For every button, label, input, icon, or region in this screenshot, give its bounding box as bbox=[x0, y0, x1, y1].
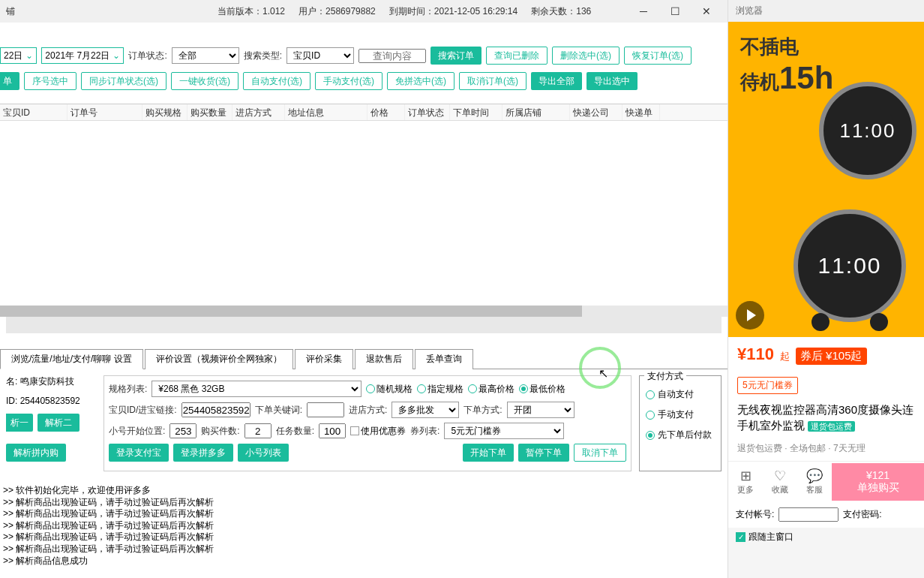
startpos-input[interactable] bbox=[170, 423, 196, 438]
tab-lost-order[interactable]: 丢单查询 bbox=[415, 349, 473, 369]
radio-auto-pay[interactable]: 自动支付 bbox=[646, 388, 715, 401]
coupon-badge[interactable]: 5元无门槛券 bbox=[737, 377, 798, 394]
tab-review-settings[interactable]: 评价设置（视频评价全网独家） bbox=[145, 349, 293, 369]
order-method-select[interactable]: 开团 bbox=[507, 402, 574, 418]
orders-grid: 宝贝ID 订单号 购买规格 购买数量 进店方式 地址信息 价格 订单状态 下单时… bbox=[0, 104, 728, 306]
shop-suffix: 铺 bbox=[6, 5, 15, 18]
cancel-order-button[interactable]: 取消下单 bbox=[574, 444, 626, 462]
buycount-input[interactable] bbox=[244, 423, 272, 438]
date-from[interactable]: 22日⌄ bbox=[0, 47, 37, 64]
service-button[interactable]: 💬客服 bbox=[797, 462, 832, 501]
radio-fixed-spec[interactable]: 指定规格 bbox=[417, 383, 464, 396]
product-link-input[interactable] bbox=[182, 402, 250, 417]
seq-select-button[interactable]: 序号选中 bbox=[24, 72, 76, 90]
query-deleted-button[interactable]: 查询已删除 bbox=[486, 47, 548, 65]
titlebar: 铺 当前版本：1.012 用户：2586979882 到期时间：2021-12-… bbox=[0, 0, 728, 23]
order-button[interactable]: 单 bbox=[0, 72, 20, 90]
radio-min-price[interactable]: 最低价格 bbox=[519, 383, 566, 396]
taskcount-input[interactable] bbox=[319, 423, 346, 438]
status-select[interactable]: 全部 bbox=[172, 47, 239, 64]
parse-inner-button[interactable]: 解析拼内购 bbox=[6, 444, 66, 462]
delete-selected-button[interactable]: 删除选中(选) bbox=[552, 47, 620, 65]
grid-header: 宝贝ID 订单号 购买规格 购买数量 进店方式 地址信息 价格 订单状态 下单时… bbox=[0, 104, 728, 121]
date-to[interactable]: 2021年 7月22日⌄ bbox=[41, 47, 124, 64]
cancel-order-button[interactable]: 取消订单(选) bbox=[459, 72, 526, 90]
log-output: 软件初始化完毕，欢迎使用评多多 解析商品出现验证码，请手动过验证码后再次解析 解… bbox=[0, 482, 728, 570]
shipping-info: 退货包运费 · 全场包邮 · 7天无理 bbox=[728, 436, 924, 461]
type-select[interactable]: 宝贝ID bbox=[286, 47, 354, 64]
pay-account-input[interactable] bbox=[778, 507, 838, 522]
more-button[interactable]: ⊞更多 bbox=[728, 462, 763, 501]
export-all-button[interactable]: 导出全部 bbox=[531, 72, 582, 90]
sync-status-button[interactable]: 同步订单状态(选) bbox=[81, 72, 166, 90]
tab-browse-settings[interactable]: 浏览/流量/地址/支付/聊聊 设置 bbox=[0, 349, 143, 369]
spec-select[interactable]: ¥268 黑色 32GB bbox=[152, 381, 362, 397]
use-coupon-checkbox[interactable]: 使用优惠券 bbox=[350, 425, 406, 438]
search-orders-button[interactable]: 搜索订单 bbox=[430, 47, 482, 65]
coupon-select[interactable]: 5元无门槛券 bbox=[444, 423, 564, 439]
favorite-button[interactable]: ♡收藏 bbox=[763, 462, 797, 501]
account-list-button[interactable]: 小号列表 bbox=[238, 444, 289, 462]
tab-review-collect[interactable]: 评价采集 bbox=[295, 349, 353, 369]
restore-orders-button[interactable]: 恢复订单(选) bbox=[624, 47, 692, 65]
login-alipay-button[interactable]: 登录支付宝 bbox=[109, 444, 169, 462]
grid-hscroll[interactable] bbox=[0, 306, 728, 317]
receive-button[interactable]: 一键收货(选) bbox=[171, 72, 238, 90]
autopay-button[interactable]: 自动支付(选) bbox=[243, 72, 310, 90]
browser-title: 浏览器 bbox=[728, 0, 924, 22]
parse1-button[interactable]: 析一 bbox=[6, 414, 33, 432]
shop-id: 254405823592 bbox=[20, 396, 80, 406]
radio-pay-later[interactable]: 先下单后付款 bbox=[646, 429, 715, 441]
search-input[interactable] bbox=[358, 49, 426, 63]
radio-random-spec[interactable]: 随机规格 bbox=[366, 383, 412, 396]
type-label: 搜索类型: bbox=[244, 50, 282, 62]
enter-method-select[interactable]: 多多批发 bbox=[392, 402, 459, 418]
payment-method-group: 支付方式 自动支付 手动支付 先下单后付款 bbox=[639, 375, 722, 471]
parse2-button[interactable]: 解析二 bbox=[38, 414, 80, 432]
shop-name: 鸣康安防科技 bbox=[20, 376, 74, 387]
login-pdd-button[interactable]: 登录拼多多 bbox=[173, 444, 233, 462]
close-button[interactable]: ✕ bbox=[692, 2, 722, 20]
start-order-button[interactable]: 开始下单 bbox=[463, 444, 514, 462]
clock-icon: 11:00 bbox=[819, 82, 916, 179]
radio-max-price[interactable]: 最高价格 bbox=[468, 383, 514, 396]
status-label: 订单状态: bbox=[128, 50, 166, 62]
exempt-button[interactable]: 免拼选中(选) bbox=[387, 72, 454, 90]
pause-order-button[interactable]: 暂停下单 bbox=[518, 444, 569, 462]
play-icon[interactable] bbox=[736, 301, 764, 330]
follow-window-checkbox[interactable]: ✓ bbox=[736, 532, 746, 542]
clock-icon: 11:00 bbox=[794, 209, 906, 322]
product-image[interactable]: 不插电 待机15h 11:00 11:00 bbox=[728, 22, 924, 337]
product-title: 无线夜视监控器高清360度摄像头连手机室外监视 退货包运费 bbox=[728, 399, 924, 436]
keyword-input[interactable] bbox=[307, 402, 344, 417]
buy-button[interactable]: ¥121单独购买 bbox=[832, 463, 924, 501]
minimize-button[interactable]: ─ bbox=[628, 2, 658, 20]
cursor-icon: ↖ bbox=[598, 366, 608, 381]
maximize-button[interactable]: ☐ bbox=[660, 2, 690, 20]
price-row: ¥110起 券后 ¥105起 bbox=[728, 337, 924, 372]
tab-refund[interactable]: 退款售后 bbox=[355, 349, 413, 369]
manualpay-button[interactable]: 手动支付(选) bbox=[315, 72, 382, 90]
radio-manual-pay[interactable]: 手动支付 bbox=[646, 408, 715, 421]
export-sel-button[interactable]: 导出选中 bbox=[586, 72, 638, 90]
